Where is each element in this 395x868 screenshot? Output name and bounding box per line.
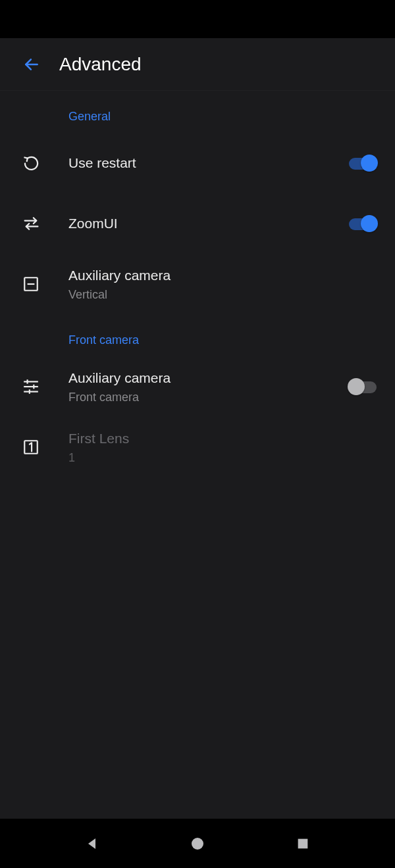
svg-point-12 — [192, 838, 203, 850]
nav-recents-button[interactable] — [283, 827, 323, 860]
page-title: Advanced — [59, 54, 142, 75]
toggle-use-restart[interactable] — [348, 154, 378, 172]
settings-page: Advanced General Use restart Zo — [0, 38, 395, 819]
toggle-zoom-ui[interactable] — [348, 214, 378, 233]
triangle-back-icon — [84, 836, 100, 852]
setting-subtitle: Front camera — [68, 391, 348, 404]
svg-rect-7 — [24, 386, 38, 387]
setting-title: Auxiliary camera — [68, 369, 348, 387]
svg-rect-10 — [29, 389, 30, 394]
setting-title: Auxiliary camera — [68, 266, 378, 285]
setting-aux-camera[interactable]: Auxiliary camera Vertical — [0, 254, 395, 314]
setting-title: Use restart — [68, 154, 348, 172]
svg-rect-9 — [24, 391, 38, 393]
sliders-icon — [22, 378, 40, 395]
setting-zoom-ui[interactable]: ZoomUI — [0, 193, 395, 254]
section-header-front-camera: Front camera — [0, 314, 395, 356]
setting-subtitle: 1 — [68, 451, 378, 465]
status-bar — [0, 0, 395, 38]
toggle-front-aux-camera[interactable] — [348, 377, 378, 396]
nav-home-button[interactable] — [178, 827, 217, 860]
app-bar: Advanced — [0, 38, 395, 91]
setting-first-lens: First Lens 1 — [0, 417, 395, 477]
setting-subtitle: Vertical — [68, 288, 378, 302]
setting-title: First Lens — [68, 429, 378, 448]
swap-icon — [22, 216, 40, 231]
circle-home-icon — [190, 836, 205, 852]
back-button[interactable] — [18, 51, 45, 78]
svg-rect-8 — [33, 385, 34, 389]
section-header-general: General — [0, 91, 395, 133]
svg-rect-6 — [27, 379, 28, 384]
setting-title: ZoomUI — [68, 214, 348, 233]
nav-back-button[interactable] — [72, 827, 112, 860]
number-one-icon — [22, 439, 40, 456]
setting-use-restart[interactable]: Use restart — [0, 133, 395, 193]
svg-rect-5 — [24, 381, 38, 382]
arrow-left-icon — [23, 56, 40, 73]
square-recents-icon — [296, 836, 310, 851]
setting-front-aux-camera[interactable]: Auxiliary camera Front camera — [0, 356, 395, 417]
svg-rect-13 — [298, 838, 308, 848]
square-minus-icon — [22, 276, 40, 293]
navigation-bar — [0, 819, 395, 868]
restart-icon — [22, 155, 40, 172]
